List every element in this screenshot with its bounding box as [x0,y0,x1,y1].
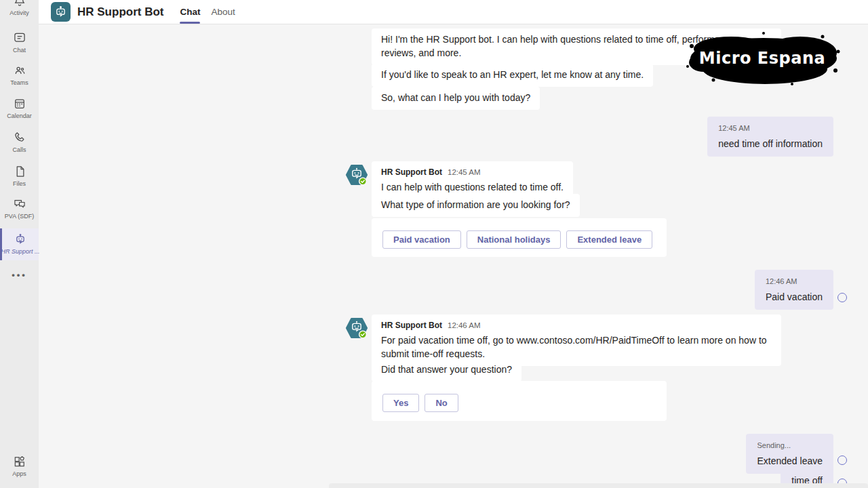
sidebar-item-label: Activity [9,9,29,16]
sidebar-item-label: Calendar [7,113,32,119]
message-status-icon [837,293,847,302]
message-pane: Hi! I'm the HR Support bot. I can help w… [39,24,868,488]
tab-about[interactable]: About [205,0,240,24]
suggested-actions-row: Paid vacation National holidays Extended… [382,230,656,249]
more-apps-button[interactable]: ••• [0,270,39,280]
sidebar-item-files[interactable]: Files [0,165,39,187]
bot-message: So, what can I help you with today? [372,87,540,110]
teams-window: Activity Chat Teams [0,0,868,488]
bot-message: Did that answer your question? [372,359,521,382]
chat-bubbles-icon [13,197,26,211]
sender-name: HR Support Bot [381,167,442,177]
no-button[interactable]: No [425,394,458,412]
bot-message-text: I can help with questions related to tim… [381,180,564,194]
sidebar-item-label: Calls [12,146,26,153]
bot-message: If you'd like to speak to an HR expert, … [372,64,653,87]
sidebar-item-calendar[interactable]: Calendar [0,97,39,119]
tab-bar: Chat About [174,0,240,24]
bot-message: What type of information are you looking… [372,194,580,217]
sidebar-item-label: HR Support ... [1,248,39,255]
sidebar-item-hr-support-bot[interactable]: HR Support ... [0,228,39,260]
message-timestamp: 12:45 AM [718,121,823,135]
bot-avatar [346,317,368,339]
teams-icon [13,64,26,77]
yes-button[interactable]: Yes [382,394,419,412]
sidebar-item-teams[interactable]: Teams [0,64,39,86]
compose-area-edge [329,483,868,488]
sidebar-item-label: Apps [12,470,26,477]
sidebar-item-label: Files [13,180,26,187]
suggested-actions-card: Paid vacation National holidays Extended… [372,218,667,257]
apps-icon [13,455,26,468]
user-message-text: Paid vacation [766,290,823,304]
sending-status: Sending... [757,439,823,452]
user-message: Sending... Extended leave [746,434,833,474]
suggested-actions-card: Yes No [372,381,667,421]
sidebar-item-label: Chat [13,47,26,54]
tab-chat[interactable]: Chat [174,0,205,24]
message-meta: HR Support Bot12:45 AM [381,165,564,179]
extended-leave-button[interactable]: Extended leave [566,230,652,249]
page-title: HR Support Bot [77,5,163,19]
more-icon: ••• [12,270,27,280]
app-rail: Activity Chat Teams [0,0,39,488]
file-icon [13,165,26,178]
calendar-icon [13,97,26,110]
chat-header: HR Support Bot Chat About [39,0,868,24]
bot-message: Hi! I'm the HR Support bot. I can help w… [372,28,781,65]
sidebar-item-pva[interactable]: PVA (SDF) [0,197,39,220]
sidebar-item-chat[interactable]: Chat [0,31,39,54]
sidebar-item-label: PVA (SDF) [5,213,34,220]
chat-icon [13,31,26,45]
bot-icon [14,232,27,246]
national-holidays-button[interactable]: National holidays [467,230,561,249]
user-message: 12:45 AM need time off information [707,117,833,157]
message-timestamp: 12:46 AM [766,274,823,288]
message-timestamp: 12:46 AM [448,321,481,329]
sidebar-item-calls[interactable]: Calls [0,131,39,153]
sidebar-item-apps[interactable]: Apps [0,455,39,477]
user-message-text: need time off information [718,137,823,150]
sender-name: HR Support Bot [381,321,442,330]
suggested-actions-row: Yes No [382,394,656,412]
bot-avatar [51,2,71,22]
sidebar-item-label: Teams [10,79,28,86]
sidebar-item-activity[interactable]: Activity [0,0,39,16]
paid-vacation-button[interactable]: Paid vacation [382,230,461,249]
bell-icon [13,0,26,7]
user-message: 12:46 AM Paid vacation [755,270,833,310]
phone-icon [13,131,26,144]
user-message-text: Extended leave [757,454,823,468]
bot-avatar [346,164,368,186]
bot-message-text: For paid vacation time off, go to www.co… [381,333,772,361]
message-status-icon [837,455,847,465]
message-timestamp: 12:45 AM [448,168,481,176]
message-meta: HR Support Bot12:46 AM [381,319,772,332]
